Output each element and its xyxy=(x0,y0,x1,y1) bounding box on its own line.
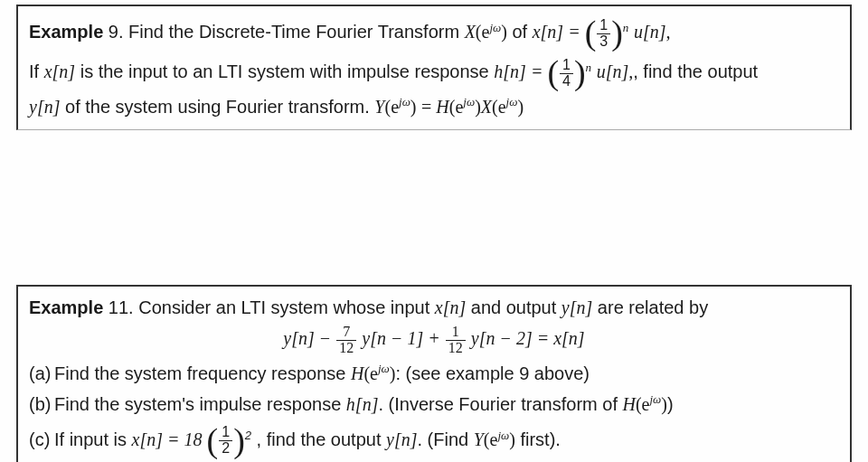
math-yn: y[n] xyxy=(29,97,60,117)
math-xn2: x[n] xyxy=(44,61,75,81)
example-9-box: Example 9. Find the Discrete-Time Fourie… xyxy=(16,5,852,130)
text-related: are related by xyxy=(592,297,708,317)
fraction-1-over-2: (12) xyxy=(207,421,245,461)
example-9-line2: If x[n] is the input to an LTI system wi… xyxy=(29,53,839,93)
part-c-first: first). xyxy=(515,429,561,449)
part-c-label: (c) xyxy=(29,426,54,453)
part-a-label: (a) xyxy=(29,360,54,387)
math-xn11: x[n] xyxy=(435,297,466,317)
sup-2: 2 xyxy=(245,428,251,441)
paren-close: ) xyxy=(501,22,507,42)
example-11-equation: y[n] − 712 y[n − 1] + 112 y[n − 2] = x[n… xyxy=(29,325,839,356)
fraction-7-over-12: 712 xyxy=(336,325,356,356)
part-a-text: Find the system frequency response xyxy=(54,363,351,383)
example-11-part-a: (a)Find the system frequency response H(… xyxy=(29,360,839,387)
math-eq: = xyxy=(421,97,436,117)
fraction-1-over-3: (13) xyxy=(585,14,623,53)
example-11-part-c: (c)If input is x[n] = 18 (12)2 , find th… xyxy=(29,421,839,461)
part-b-label: (b) xyxy=(29,391,54,418)
math-hn: h[n] = xyxy=(494,61,547,81)
sup-n2: n xyxy=(586,61,592,74)
part-a-hint: : (see example 9 above) xyxy=(395,363,590,383)
math-un2: u[n], xyxy=(597,61,634,81)
example-9-line1: Example 9. Find the Discrete-Time Fourie… xyxy=(29,14,839,53)
math-Y: Y xyxy=(374,97,384,117)
part-b-after: . (Inverse Fourier transform of xyxy=(378,394,622,414)
text-fourier: of the system using Fourier transform. xyxy=(60,97,374,117)
math-xn-c: x[n] = 18 xyxy=(132,429,207,449)
sup-jomega: jω xyxy=(489,21,501,34)
text-findout: , find the output xyxy=(633,61,758,81)
example-9-line3: y[n] of the system using Fourier transfo… xyxy=(29,93,839,120)
text-of: of xyxy=(512,22,532,42)
math-hn-b: h[n] xyxy=(346,394,379,414)
example-11-box: Example 11. Consider an LTI system whose… xyxy=(16,285,852,462)
part-b-text: Find the system's impulse response xyxy=(54,394,346,414)
math-yn11: y[n] xyxy=(561,297,592,317)
part-b-end: ) xyxy=(667,394,674,414)
text-if: If xyxy=(29,61,44,81)
math-xn: x[n] = xyxy=(533,22,585,42)
math-un: u[n], xyxy=(634,22,671,42)
math-X: X xyxy=(465,22,476,42)
math-H: H xyxy=(436,97,448,117)
part-c-text: If input is xyxy=(54,429,132,449)
example-11-text: 11. Consider an LTI system whose input xyxy=(108,297,435,317)
example-9-label: Example xyxy=(29,22,108,42)
part-c-after: , find the output xyxy=(257,429,386,449)
example-11-label: Example xyxy=(29,297,108,317)
text-andout: and output xyxy=(466,297,561,317)
example-11-part-b: (b)Find the system's impulse response h[… xyxy=(29,391,839,418)
example-9-number: 9. Find the Discrete-Time Fourier Transf… xyxy=(108,22,465,42)
sup-n: n xyxy=(623,21,629,34)
fraction-1-over-12: 112 xyxy=(446,325,466,356)
example-11-line1: Example 11. Consider an LTI system whose… xyxy=(29,294,839,321)
fraction-1-over-4: (14) xyxy=(547,53,585,93)
text-lti: is the input to an LTI system with impul… xyxy=(75,61,494,81)
paren-open: (e xyxy=(476,22,490,42)
part-c-find: . (Find xyxy=(417,429,473,449)
